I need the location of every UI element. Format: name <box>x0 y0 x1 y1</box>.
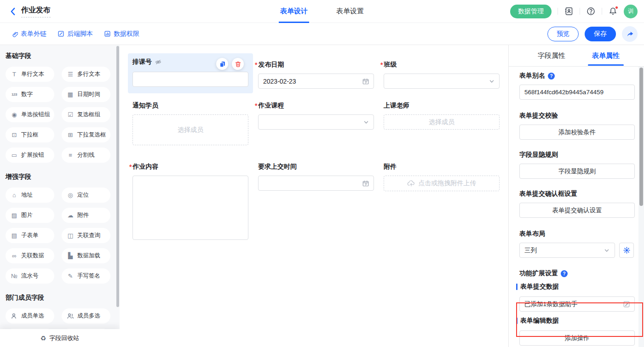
form-alias-group: 表单别名 ? 568f144fcd642b9445a74459 <box>519 71 634 100</box>
field-item-single-line-text[interactable]: T单行文本 <box>6 67 54 82</box>
sidebar-scrollbar[interactable] <box>116 46 119 307</box>
visibility-rules-group: 字段显隐规则 字段显隐规则 <box>519 150 634 179</box>
field-item-extend-button[interactable]: ▭扩展按钮 <box>6 148 54 163</box>
add-validation-button[interactable]: 添加校验条件 <box>519 125 635 140</box>
field-item-number[interactable]: 123数字 <box>6 87 54 102</box>
visibility-rules-button[interactable]: 字段显隐规则 <box>519 164 635 179</box>
people-icon <box>67 313 74 319</box>
field-recycle-bin[interactable]: ♻ 字段回收站 <box>0 329 120 347</box>
field-attachment[interactable]: 附件 点击或拖拽附件上传 <box>384 162 500 191</box>
external-link-button[interactable]: 表单外链 <box>11 30 46 38</box>
layout-select[interactable]: 三列 <box>519 243 615 258</box>
panel-scrollbar-thumb[interactable] <box>639 68 643 206</box>
confirm-box-button[interactable]: 表单提交确认设置 <box>519 203 635 218</box>
field-item-address[interactable]: ⌂地址 <box>6 188 54 203</box>
save-button[interactable]: 保存 <box>585 27 616 41</box>
field-item-divider-line[interactable]: ≡分割线 <box>62 148 110 163</box>
radio-icon: ◉ <box>11 112 18 118</box>
notification-badge <box>615 6 618 9</box>
share-button[interactable] <box>622 26 638 42</box>
help-icon[interactable] <box>586 6 596 16</box>
confirm-box-group: 表单提交确认框设置 表单提交确认设置 <box>519 189 634 218</box>
checkbox-icon: ☑ <box>67 112 74 118</box>
delete-field-button[interactable] <box>232 58 244 70</box>
field-item-datetime[interactable]: ▦日期时间 <box>62 87 110 102</box>
field-item-signature[interactable]: ✎手写签名 <box>62 268 110 284</box>
field-item-relation-data[interactable]: ∞关联数据 <box>6 248 54 263</box>
homework-course-select[interactable] <box>258 114 374 130</box>
divider-icon: ≡ <box>67 152 74 158</box>
field-item-image[interactable]: ▨图片 <box>6 208 54 223</box>
class-select[interactable] <box>384 74 500 89</box>
field-item-dropdown[interactable]: ⊡下拉框 <box>6 127 54 142</box>
field-submit-deadline[interactable]: 要求上交时间 <box>258 162 374 191</box>
image-icon: ▨ <box>11 212 18 218</box>
field-item-relation-query[interactable]: ◫关联查询 <box>62 228 110 243</box>
tab-form-properties[interactable]: 表单属性 <box>592 45 620 66</box>
field-homework-content[interactable]: *作业内容 <box>132 162 248 240</box>
field-item-data-load[interactable]: ▙数据加载 <box>62 248 110 263</box>
field-item-dropdown-multi[interactable]: ⊞下拉复选框 <box>62 127 110 142</box>
field-item-member-multi[interactable]: 成员多选 <box>62 308 110 324</box>
single-line-text-icon: T <box>11 71 18 77</box>
field-homework-course[interactable]: *作业课程 <box>258 101 374 130</box>
submit-data-group: 表单提交数据 已添加1条数据助手 <box>519 282 634 312</box>
layout-settings-button[interactable] <box>619 243 634 258</box>
relation-query-icon: ◫ <box>67 233 74 239</box>
field-schedule-no-selected[interactable]: 排课号 <box>128 53 253 93</box>
divider <box>558 8 558 15</box>
attachment-upload-area[interactable]: 点击或拖拽附件上传 <box>384 176 500 191</box>
publish-date-input[interactable]: 2023-02-23 <box>258 74 374 89</box>
tab-form-settings[interactable]: 表单设置 <box>335 0 365 23</box>
notification-bell-icon[interactable] <box>608 6 618 16</box>
cloud-icon: ☁ <box>67 212 74 218</box>
field-class[interactable]: *班级 <box>384 60 500 89</box>
field-item-serial-number[interactable]: №流水号 <box>6 268 54 284</box>
form-alias-input[interactable]: 568f144fcd642b9445a74459 <box>519 85 635 100</box>
add-operation-button[interactable]: 添加操作 <box>519 330 635 346</box>
accent-bar <box>516 284 518 290</box>
data-manage-button[interactable]: 数据管理 <box>510 5 552 18</box>
submit-data-summary[interactable]: 已添加1条数据助手 <box>519 296 635 312</box>
tab-form-design[interactable]: 表单设计 <box>279 0 309 23</box>
backend-script-button[interactable]: 后端脚本 <box>58 30 93 38</box>
tab-field-properties[interactable]: 字段属性 <box>538 45 565 66</box>
help-icon[interactable]: ? <box>548 73 555 80</box>
field-teacher[interactable]: 上课老师 选择成员 <box>384 101 500 130</box>
field-publish-date[interactable]: *发布日期 2023-02-23 <box>258 60 374 89</box>
field-item-subform[interactable]: ▤子表单 <box>6 228 54 243</box>
data-permission-button[interactable]: 数据权限 <box>104 30 139 38</box>
preview-button[interactable]: 预览 <box>547 27 579 41</box>
section-title-enhanced: 增强字段 <box>6 173 120 182</box>
help-icon[interactable]: ? <box>561 270 568 277</box>
teacher-picker[interactable]: 选择成员 <box>384 114 500 130</box>
field-item-radio-group[interactable]: ◉单选按钮组 <box>6 107 54 122</box>
button-icon: ▭ <box>11 152 18 158</box>
link-icon: ∞ <box>11 253 18 259</box>
back-icon[interactable] <box>8 6 17 17</box>
multi-line-text-icon: ☰ <box>67 71 74 77</box>
permission-icon <box>104 30 111 37</box>
homework-content-textarea[interactable] <box>132 176 248 240</box>
field-item-member-single[interactable]: 成员单选 <box>6 308 54 324</box>
serial-icon: № <box>11 273 18 279</box>
edit-icon[interactable] <box>623 301 630 308</box>
pen-icon: ✎ <box>67 273 74 279</box>
avatar[interactable]: 训 <box>624 5 638 18</box>
notify-students-picker[interactable]: 选择成员 <box>132 114 248 145</box>
field-item-multi-line-text[interactable]: ☰多行文本 <box>62 67 110 82</box>
form-canvas: 排课号 *发布日期 2023-02-23 *班级 <box>120 45 508 347</box>
field-item-checkbox-group[interactable]: ☑复选框组 <box>62 107 110 122</box>
copy-field-button[interactable] <box>216 58 228 70</box>
field-item-attachment[interactable]: ☁附件 <box>62 208 110 223</box>
field-item-geolocation[interactable]: ◎定位 <box>62 188 110 203</box>
header-tabs: 表单设计 表单设置 <box>279 0 365 23</box>
script-icon <box>58 30 64 37</box>
field-notify-students[interactable]: 通知学员 选择成员 <box>132 101 248 145</box>
calendar-icon <box>362 78 369 85</box>
person-icon <box>11 313 18 319</box>
schedule-no-input[interactable] <box>132 72 248 87</box>
submit-deadline-input[interactable] <box>258 176 374 191</box>
contacts-book-icon[interactable] <box>564 6 574 16</box>
chevron-down-icon <box>363 119 369 125</box>
